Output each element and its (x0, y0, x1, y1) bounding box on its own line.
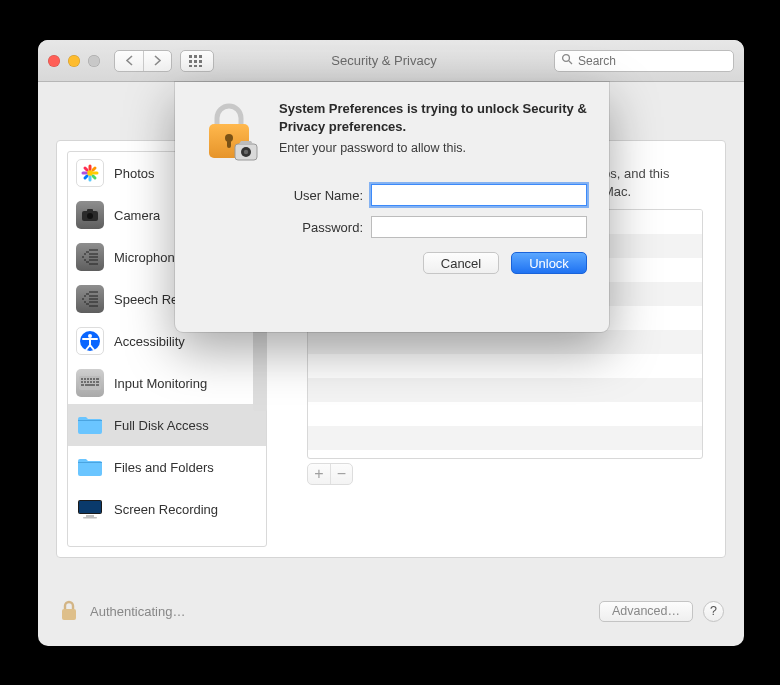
advanced-button[interactable]: Advanced… (599, 601, 693, 622)
speech-icon (76, 285, 104, 313)
add-remove-buttons: + − (307, 463, 353, 485)
camera-icon (76, 201, 104, 229)
password-label: Password: (279, 220, 363, 235)
svg-rect-55 (90, 381, 92, 383)
svg-point-73 (244, 150, 248, 154)
search-input[interactable] (578, 54, 728, 68)
svg-rect-59 (85, 384, 95, 386)
folder-icon (76, 411, 104, 439)
sidebar-item-label: Screen Recording (114, 502, 218, 517)
auth-subtext: Enter your password to allow this. (279, 141, 587, 155)
svg-point-22 (87, 213, 93, 219)
zoom-window-button[interactable] (88, 55, 100, 67)
svg-rect-49 (90, 378, 92, 380)
username-label: User Name: (279, 188, 363, 203)
sidebar-item-files-folders[interactable]: Files and Folders (68, 446, 266, 488)
window-title: Security & Privacy (222, 53, 546, 68)
add-app-button[interactable]: + (308, 464, 330, 484)
list-row (308, 426, 702, 450)
svg-rect-7 (194, 65, 197, 67)
auth-dialog: System Preferences is trying to unlock S… (175, 82, 609, 332)
window-controls (48, 55, 100, 67)
svg-rect-5 (199, 60, 202, 63)
svg-rect-1 (194, 55, 197, 58)
search-field-wrap[interactable] (554, 50, 734, 72)
sidebar-item-label: Input Monitoring (114, 376, 207, 391)
auth-lock-icon (197, 100, 261, 164)
accessibility-icon (76, 327, 104, 355)
sidebar-item-label: Files and Folders (114, 460, 214, 475)
svg-rect-48 (87, 378, 89, 380)
svg-rect-58 (81, 384, 84, 386)
microphone-icon (76, 243, 104, 271)
svg-rect-57 (96, 381, 99, 383)
list-row (308, 330, 702, 354)
svg-line-10 (569, 61, 572, 64)
keyboard-icon (76, 369, 104, 397)
svg-rect-64 (79, 501, 101, 513)
svg-rect-50 (93, 378, 95, 380)
svg-rect-65 (86, 515, 94, 517)
svg-line-13 (93, 168, 95, 170)
svg-rect-67 (62, 609, 76, 620)
close-window-button[interactable] (48, 55, 60, 67)
pane-footer: Authenticating… Advanced… ? (58, 596, 724, 626)
help-button[interactable]: ? (703, 601, 724, 622)
svg-line-19 (85, 168, 87, 170)
display-icon (76, 495, 104, 523)
remove-app-button[interactable]: − (330, 464, 352, 484)
svg-rect-2 (199, 55, 202, 58)
svg-rect-0 (189, 55, 192, 58)
svg-rect-21 (87, 209, 93, 212)
svg-line-15 (93, 176, 95, 178)
svg-rect-47 (84, 378, 86, 380)
sidebar-item-full-disk-access[interactable]: Full Disk Access (68, 404, 266, 446)
svg-rect-54 (87, 381, 89, 383)
svg-rect-61 (78, 420, 102, 421)
sidebar-item-screen-recording[interactable]: Screen Recording (68, 488, 266, 530)
description-text-truncated: ps, and this Mac. (603, 165, 693, 201)
sidebar-item-label: Full Disk Access (114, 418, 209, 433)
system-preferences-window: Security & Privacy (38, 40, 744, 646)
svg-rect-66 (83, 517, 97, 519)
lock-icon[interactable] (58, 598, 80, 624)
sidebar-item-label: Photos (114, 166, 154, 181)
list-row (308, 402, 702, 426)
photos-icon (76, 159, 104, 187)
minimize-window-button[interactable] (68, 55, 80, 67)
unlock-button[interactable]: Unlock (511, 252, 587, 274)
svg-point-9 (563, 55, 570, 62)
sidebar-item-input-monitoring[interactable]: Input Monitoring (68, 362, 266, 404)
auth-heading: System Preferences is trying to unlock S… (279, 100, 587, 135)
cancel-button[interactable]: Cancel (423, 252, 499, 274)
svg-rect-4 (194, 60, 197, 63)
svg-rect-62 (78, 462, 102, 463)
svg-line-17 (85, 176, 87, 178)
svg-rect-53 (84, 381, 86, 383)
svg-rect-8 (199, 65, 202, 67)
svg-rect-6 (189, 65, 192, 67)
svg-rect-51 (96, 378, 99, 380)
sidebar-item-label: Microphone (114, 250, 182, 265)
list-row (308, 354, 702, 378)
sidebar-item-label: Camera (114, 208, 160, 223)
svg-rect-60 (96, 384, 99, 386)
content-area: Photos Camera Microphone (38, 82, 744, 646)
nav-forward-button[interactable] (143, 51, 171, 71)
svg-rect-52 (81, 381, 83, 383)
nav-back-forward (114, 50, 172, 72)
folder-icon (76, 453, 104, 481)
sidebar-item-label: Accessibility (114, 334, 185, 349)
svg-rect-3 (189, 60, 192, 63)
svg-rect-56 (93, 381, 95, 383)
svg-point-44 (88, 334, 92, 338)
search-icon (561, 53, 573, 68)
username-input[interactable] (371, 184, 587, 206)
svg-rect-70 (227, 140, 231, 148)
list-row (308, 378, 702, 402)
window-toolbar: Security & Privacy (38, 40, 744, 82)
password-input[interactable] (371, 216, 587, 238)
nav-back-button[interactable] (115, 51, 143, 71)
lock-status-text: Authenticating… (90, 604, 589, 619)
show-all-prefs-button[interactable] (180, 50, 214, 72)
